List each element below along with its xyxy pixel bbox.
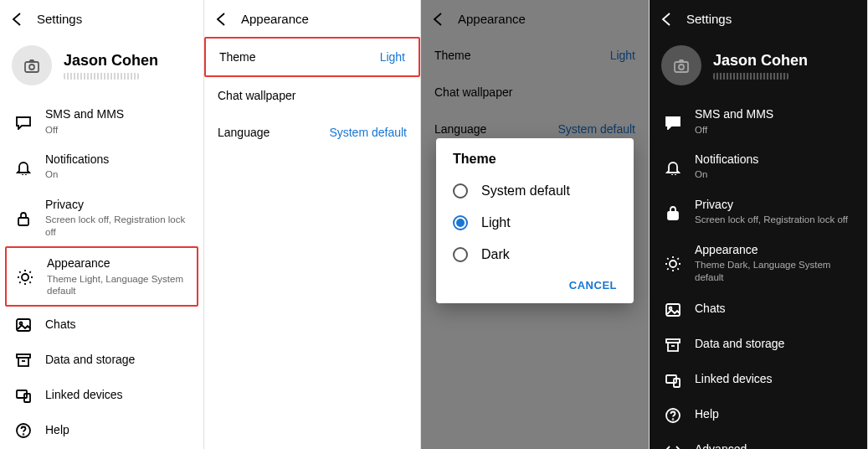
- row-language[interactable]: LanguageSystem default: [204, 114, 420, 151]
- header: Settings: [0, 0, 203, 37]
- item-text: NotificationsOn: [45, 152, 190, 181]
- appearance-rows: ThemeLightChat wallpaperLanguageSystem d…: [204, 37, 420, 151]
- item-label: Chats: [45, 317, 190, 333]
- settings-item-privacy[interactable]: PrivacyScreen lock off, Registration loc…: [655, 189, 862, 235]
- privacy-icon: [663, 203, 681, 221]
- item-text: NotificationsOn: [695, 152, 854, 181]
- settings-item-sms-mms[interactable]: SMS and MMSOff: [5, 99, 198, 144]
- radio-icon: [453, 247, 468, 262]
- item-label: Linked devices: [45, 388, 190, 403]
- item-text: AppearanceTheme Light, Language System d…: [47, 256, 188, 297]
- back-button[interactable]: [213, 10, 229, 27]
- profile-name: Jason Cohen: [713, 52, 808, 70]
- item-text: Data and storage: [45, 353, 190, 368]
- row-value: Light: [380, 50, 405, 64]
- item-label: Data and storage: [45, 353, 190, 368]
- appearance-icon: [663, 254, 681, 272]
- theme-option-dark[interactable]: Dark: [436, 239, 634, 271]
- item-subtitle: On: [45, 168, 190, 180]
- chats-icon: [13, 315, 32, 333]
- cancel-button[interactable]: CANCEL: [569, 279, 617, 292]
- panel-settings-dark: Settings Jason Cohen SMS and MMSOffNotif…: [650, 0, 868, 449]
- page-title: Settings: [686, 12, 732, 26]
- privacy-icon: [13, 209, 32, 227]
- settings-item-chats[interactable]: Chats: [5, 307, 198, 342]
- row-label: Language: [218, 126, 270, 139]
- avatar: [661, 45, 701, 85]
- item-subtitle: Theme Dark, Language System default: [695, 259, 854, 283]
- item-subtitle: Theme Light, Language System default: [47, 273, 188, 297]
- chats-icon: [663, 300, 681, 318]
- item-subtitle: Screen lock off, Registration lock off: [695, 214, 854, 225]
- item-label: Advanced: [695, 442, 854, 449]
- theme-option-system-default[interactable]: System default: [436, 175, 634, 207]
- item-text: Chats: [695, 302, 854, 317]
- settings-item-linked-devices[interactable]: Linked devices: [655, 362, 862, 397]
- radio-icon: [453, 215, 468, 230]
- item-label: Appearance: [695, 243, 854, 258]
- item-label: Notifications: [45, 152, 190, 168]
- item-text: Help: [695, 407, 854, 422]
- row-chat-wallpaper[interactable]: Chat wallpaper: [204, 77, 420, 114]
- panel-appearance-dialog: Appearance ThemeLightChat wallpaperLangu…: [421, 0, 650, 449]
- option-label: System default: [481, 183, 570, 199]
- appearance-icon: [15, 267, 33, 286]
- profile-sub-blur: [64, 73, 139, 80]
- dialog-title: Theme: [436, 152, 634, 175]
- item-label: Help: [45, 423, 190, 438]
- data-storage-icon: [663, 335, 681, 354]
- item-subtitle: On: [695, 168, 854, 180]
- item-text: Linked devices: [45, 388, 190, 403]
- profile-name: Jason Cohen: [64, 52, 158, 70]
- settings-item-sms-mms[interactable]: SMS and MMSOff: [655, 99, 862, 144]
- settings-item-notifications[interactable]: NotificationsOn: [5, 144, 198, 189]
- panel-settings-light: Settings Jason Cohen SMS and MMSOffNotif…: [0, 0, 204, 449]
- linked-devices-icon: [13, 385, 32, 404]
- panel-appearance: Appearance ThemeLightChat wallpaperLangu…: [204, 0, 421, 449]
- item-label: Chats: [695, 302, 854, 317]
- help-icon: [663, 405, 681, 424]
- profile-row[interactable]: Jason Cohen: [650, 37, 867, 99]
- notifications-icon: [13, 157, 32, 176]
- item-text: AppearanceTheme Dark, Language System de…: [695, 243, 854, 283]
- settings-item-data-storage[interactable]: Data and storage: [5, 342, 198, 377]
- settings-item-appearance[interactable]: AppearanceTheme Light, Language System d…: [5, 246, 198, 307]
- settings-item-advanced[interactable]: Advanced: [655, 432, 862, 449]
- dialog-actions: CANCEL: [436, 271, 634, 298]
- item-text: Chats: [45, 317, 190, 333]
- row-label: Chat wallpaper: [218, 89, 295, 102]
- item-label: Privacy: [45, 198, 190, 213]
- row-theme[interactable]: ThemeLight: [204, 37, 420, 77]
- option-label: Dark: [481, 247, 510, 262]
- settings-item-data-storage[interactable]: Data and storage: [655, 327, 862, 362]
- row-label: Theme: [219, 50, 256, 64]
- profile-row[interactable]: Jason Cohen: [0, 37, 203, 99]
- settings-item-linked-devices[interactable]: Linked devices: [5, 377, 198, 412]
- item-label: Notifications: [695, 152, 854, 168]
- back-button[interactable]: [658, 10, 675, 27]
- item-label: Help: [695, 407, 854, 422]
- settings-item-privacy[interactable]: PrivacyScreen lock off, Registration loc…: [5, 189, 198, 246]
- settings-list: SMS and MMSOffNotificationsOnPrivacyScre…: [650, 99, 867, 449]
- item-label: Data and storage: [695, 337, 854, 352]
- avatar: [12, 45, 52, 85]
- settings-item-help[interactable]: Help: [655, 397, 862, 432]
- settings-item-notifications[interactable]: NotificationsOn: [655, 144, 862, 189]
- page-title: Settings: [37, 12, 82, 26]
- settings-item-chats[interactable]: Chats: [655, 292, 862, 327]
- item-text: Help: [45, 423, 190, 438]
- back-button[interactable]: [8, 10, 25, 27]
- settings-item-appearance[interactable]: AppearanceTheme Dark, Language System de…: [655, 235, 862, 292]
- theme-option-light[interactable]: Light: [436, 207, 634, 239]
- item-label: SMS and MMS: [695, 107, 854, 122]
- item-label: SMS and MMS: [45, 107, 190, 122]
- dialog-options: System defaultLightDark: [436, 175, 634, 271]
- theme-dialog: Theme System defaultLightDark CANCEL: [436, 138, 634, 303]
- item-text: PrivacyScreen lock off, Registration loc…: [695, 198, 854, 226]
- data-storage-icon: [13, 350, 32, 369]
- settings-item-help[interactable]: Help: [5, 412, 198, 447]
- option-label: Light: [481, 215, 511, 230]
- item-text: Linked devices: [695, 372, 854, 387]
- header: Appearance: [204, 0, 420, 37]
- advanced-icon: [663, 441, 681, 449]
